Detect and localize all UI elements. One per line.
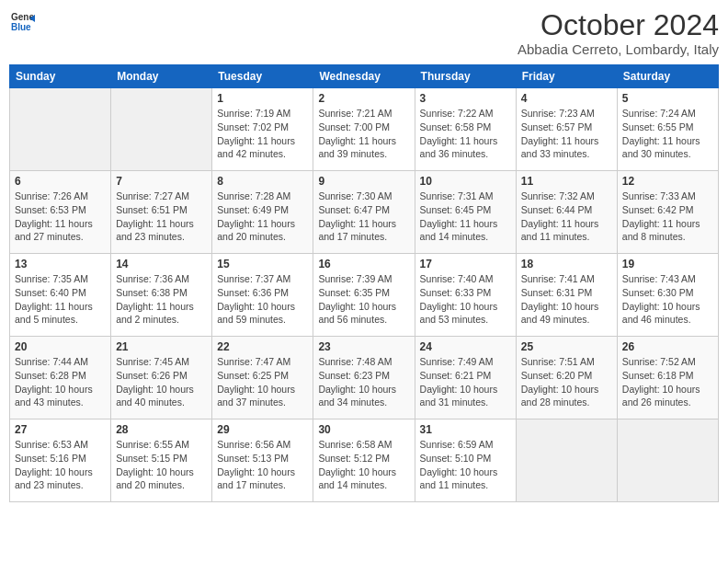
calendar-cell: 26Sunrise: 7:52 AM Sunset: 6:18 PM Dayli… [617, 337, 718, 419]
calendar-cell [10, 88, 111, 171]
day-number: 18 [521, 258, 612, 270]
calendar-cell: 9Sunrise: 7:30 AM Sunset: 6:47 PM Daylig… [313, 171, 415, 254]
day-info: Sunrise: 7:45 AM Sunset: 6:26 PM Dayligh… [116, 355, 207, 409]
header-sunday: Sunday [10, 65, 111, 88]
calendar-cell: 3Sunrise: 7:22 AM Sunset: 6:58 PM Daylig… [415, 88, 516, 171]
calendar-cell: 5Sunrise: 7:24 AM Sunset: 6:55 PM Daylig… [617, 88, 718, 171]
day-info: Sunrise: 7:47 AM Sunset: 6:25 PM Dayligh… [217, 355, 308, 409]
day-number: 15 [217, 258, 308, 270]
day-info: Sunrise: 7:28 AM Sunset: 6:49 PM Dayligh… [217, 190, 308, 244]
day-number: 28 [116, 423, 207, 436]
calendar-cell: 22Sunrise: 7:47 AM Sunset: 6:25 PM Dayli… [212, 337, 313, 419]
day-info: Sunrise: 7:23 AM Sunset: 6:57 PM Dayligh… [521, 107, 612, 161]
day-info: Sunrise: 7:41 AM Sunset: 6:31 PM Dayligh… [521, 272, 612, 327]
calendar-cell: 10Sunrise: 7:31 AM Sunset: 6:45 PM Dayli… [415, 171, 516, 254]
day-info: Sunrise: 6:58 AM Sunset: 5:12 PM Dayligh… [318, 438, 409, 492]
day-number: 27 [15, 423, 106, 436]
calendar-cell [617, 419, 718, 502]
day-info: Sunrise: 7:44 AM Sunset: 6:28 PM Dayligh… [15, 355, 106, 409]
day-info: Sunrise: 7:32 AM Sunset: 6:44 PM Dayligh… [521, 190, 612, 244]
day-number: 13 [15, 258, 106, 270]
day-number: 25 [521, 340, 612, 353]
calendar-cell: 23Sunrise: 7:48 AM Sunset: 6:23 PM Dayli… [313, 337, 415, 419]
calendar-cell: 2Sunrise: 7:21 AM Sunset: 7:00 PM Daylig… [313, 88, 415, 171]
calendar-cell: 1Sunrise: 7:19 AM Sunset: 7:02 PM Daylig… [212, 88, 313, 171]
page-subtitle: Abbadia Cerreto, Lombardy, Italy [518, 41, 719, 57]
calendar-cell: 27Sunrise: 6:53 AM Sunset: 5:16 PM Dayli… [10, 419, 111, 502]
day-info: Sunrise: 6:53 AM Sunset: 5:16 PM Dayligh… [15, 438, 106, 492]
day-number: 3 [420, 92, 511, 105]
calendar-cell: 15Sunrise: 7:37 AM Sunset: 6:36 PM Dayli… [212, 254, 313, 337]
calendar-cell: 18Sunrise: 7:41 AM Sunset: 6:31 PM Dayli… [516, 254, 617, 337]
calendar-cell: 6Sunrise: 7:26 AM Sunset: 6:53 PM Daylig… [10, 171, 111, 254]
calendar-header: SundayMondayTuesdayWednesdayThursdayFrid… [10, 65, 719, 88]
day-number: 11 [521, 175, 612, 188]
day-info: Sunrise: 7:43 AM Sunset: 6:30 PM Dayligh… [622, 272, 713, 327]
calendar-cell: 7Sunrise: 7:27 AM Sunset: 6:51 PM Daylig… [111, 171, 212, 254]
calendar-cell: 29Sunrise: 6:56 AM Sunset: 5:13 PM Dayli… [212, 419, 313, 502]
week-row-3: 13Sunrise: 7:35 AM Sunset: 6:40 PM Dayli… [10, 254, 719, 337]
day-number: 20 [15, 340, 106, 353]
day-info: Sunrise: 7:27 AM Sunset: 6:51 PM Dayligh… [116, 190, 207, 244]
day-number: 17 [420, 258, 511, 270]
day-number: 1 [217, 92, 308, 105]
day-number: 8 [217, 175, 308, 188]
day-info: Sunrise: 7:21 AM Sunset: 7:00 PM Dayligh… [318, 107, 409, 161]
logo: General Blue [9, 9, 35, 35]
calendar-cell: 20Sunrise: 7:44 AM Sunset: 6:28 PM Dayli… [10, 337, 111, 419]
calendar-cell: 17Sunrise: 7:40 AM Sunset: 6:33 PM Dayli… [415, 254, 516, 337]
calendar-cell: 11Sunrise: 7:32 AM Sunset: 6:44 PM Dayli… [516, 171, 617, 254]
calendar-cell: 4Sunrise: 7:23 AM Sunset: 6:57 PM Daylig… [516, 88, 617, 171]
day-info: Sunrise: 7:49 AM Sunset: 6:21 PM Dayligh… [420, 355, 511, 409]
day-info: Sunrise: 7:36 AM Sunset: 6:38 PM Dayligh… [116, 272, 207, 327]
calendar-cell: 21Sunrise: 7:45 AM Sunset: 6:26 PM Dayli… [111, 337, 212, 419]
page-title: October 2024 [518, 9, 719, 41]
calendar-cell: 14Sunrise: 7:36 AM Sunset: 6:38 PM Dayli… [111, 254, 212, 337]
day-number: 31 [420, 423, 511, 436]
day-info: Sunrise: 6:56 AM Sunset: 5:13 PM Dayligh… [217, 438, 308, 492]
header-monday: Monday [111, 65, 212, 88]
calendar-cell: 28Sunrise: 6:55 AM Sunset: 5:15 PM Dayli… [111, 419, 212, 502]
day-number: 16 [318, 258, 409, 270]
calendar-cell: 24Sunrise: 7:49 AM Sunset: 6:21 PM Dayli… [415, 337, 516, 419]
logo-icon: General Blue [9, 9, 35, 35]
calendar-body: 1Sunrise: 7:19 AM Sunset: 7:02 PM Daylig… [10, 88, 719, 502]
header-wednesday: Wednesday [313, 65, 415, 88]
day-number: 26 [622, 340, 713, 353]
day-number: 24 [420, 340, 511, 353]
day-info: Sunrise: 7:48 AM Sunset: 6:23 PM Dayligh… [318, 355, 409, 409]
day-number: 7 [116, 175, 207, 188]
svg-text:General: General [11, 12, 35, 22]
day-info: Sunrise: 7:24 AM Sunset: 6:55 PM Dayligh… [622, 107, 713, 161]
page-header: General Blue October 2024 Abbadia Cerret… [9, 9, 719, 57]
calendar-cell: 19Sunrise: 7:43 AM Sunset: 6:30 PM Dayli… [617, 254, 718, 337]
day-info: Sunrise: 6:59 AM Sunset: 5:10 PM Dayligh… [420, 438, 511, 492]
week-row-2: 6Sunrise: 7:26 AM Sunset: 6:53 PM Daylig… [10, 171, 719, 254]
day-info: Sunrise: 7:52 AM Sunset: 6:18 PM Dayligh… [622, 355, 713, 409]
day-number: 14 [116, 258, 207, 270]
day-info: Sunrise: 7:40 AM Sunset: 6:33 PM Dayligh… [420, 272, 511, 327]
calendar-cell: 13Sunrise: 7:35 AM Sunset: 6:40 PM Dayli… [10, 254, 111, 337]
calendar-cell [516, 419, 617, 502]
week-row-4: 20Sunrise: 7:44 AM Sunset: 6:28 PM Dayli… [10, 337, 719, 419]
week-row-5: 27Sunrise: 6:53 AM Sunset: 5:16 PM Dayli… [10, 419, 719, 502]
calendar-cell: 25Sunrise: 7:51 AM Sunset: 6:20 PM Dayli… [516, 337, 617, 419]
day-number: 22 [217, 340, 308, 353]
day-number: 30 [318, 423, 409, 436]
day-number: 5 [622, 92, 713, 105]
svg-text:Blue: Blue [11, 22, 31, 32]
header-friday: Friday [516, 65, 617, 88]
day-number: 21 [116, 340, 207, 353]
day-number: 9 [318, 175, 409, 188]
day-number: 19 [622, 258, 713, 270]
day-info: Sunrise: 7:22 AM Sunset: 6:58 PM Dayligh… [420, 107, 511, 161]
header-saturday: Saturday [617, 65, 718, 88]
day-info: Sunrise: 7:39 AM Sunset: 6:35 PM Dayligh… [318, 272, 409, 327]
day-number: 29 [217, 423, 308, 436]
day-number: 12 [622, 175, 713, 188]
title-block: October 2024 Abbadia Cerreto, Lombardy, … [518, 9, 719, 57]
day-info: Sunrise: 7:31 AM Sunset: 6:45 PM Dayligh… [420, 190, 511, 244]
header-thursday: Thursday [415, 65, 516, 88]
day-info: Sunrise: 7:35 AM Sunset: 6:40 PM Dayligh… [15, 272, 106, 327]
header-row: SundayMondayTuesdayWednesdayThursdayFrid… [10, 65, 719, 88]
